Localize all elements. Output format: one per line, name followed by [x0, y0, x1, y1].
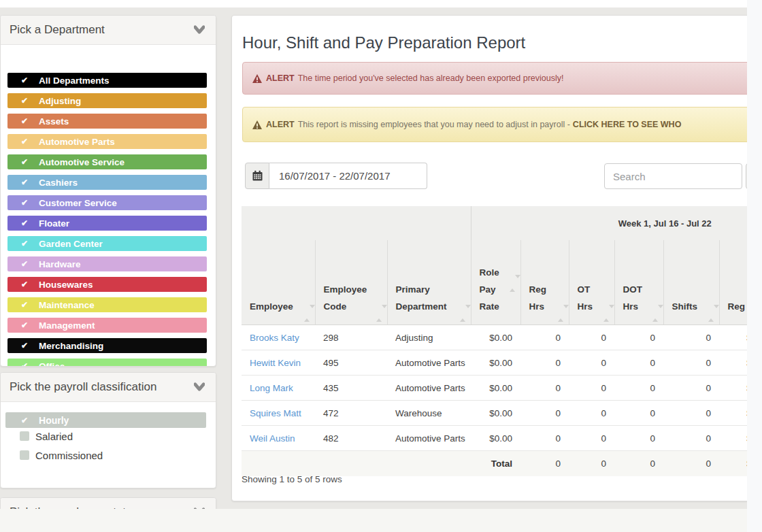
- column-header-shifts[interactable]: Shifts: [663, 240, 719, 325]
- department-panel-title: Pick a Department: [10, 23, 105, 37]
- check-icon: ✔: [21, 199, 28, 207]
- sidebar-item-customer-service[interactable]: ✔Customer Service: [7, 195, 207, 210]
- column-header-employee-code[interactable]: Employee Code: [315, 240, 387, 325]
- check-icon: ✔: [21, 178, 28, 186]
- sort-icon[interactable]: [708, 305, 714, 312]
- sort-icon[interactable]: [558, 305, 564, 312]
- chevron-down-icon[interactable]: [194, 25, 205, 34]
- check-icon: ✔: [21, 362, 28, 367]
- shifts-cell: 0: [663, 350, 719, 376]
- chevron-down-icon[interactable]: [194, 382, 205, 391]
- total-ot-hrs: 0: [569, 451, 614, 476]
- sort-icon[interactable]: [460, 305, 466, 312]
- check-icon: ✔: [21, 342, 28, 350]
- date-range-picker: 16/07/2017 - 22/07/2017: [245, 163, 427, 189]
- sidebar-item-floater[interactable]: ✔Floater: [7, 216, 207, 231]
- ot-hrs-cell: 0: [569, 426, 614, 451]
- check-icon: ✔: [21, 158, 28, 166]
- checkbox-icon[interactable]: [20, 431, 29, 441]
- classification-option-commissioned[interactable]: Commissioned: [20, 449, 103, 461]
- alert-label: ALERT: [266, 73, 295, 83]
- payroll-classification-panel: Pick the payroll classification ✔ Hourly…: [0, 372, 216, 488]
- search-input[interactable]: [604, 163, 742, 189]
- dot-hrs-cell: 0: [614, 401, 663, 426]
- department-filter-panel: Pick a Department ✔All Departments ✔Adju…: [0, 15, 216, 367]
- column-header-role-pay-rate[interactable]: Role Pay Rate: [471, 240, 520, 325]
- sidebar-item-maintenance[interactable]: ✔Maintenance: [7, 297, 207, 312]
- check-icon: ✔: [21, 137, 28, 146]
- column-header-row: Employee Employee Code Primary Departmen…: [242, 240, 762, 325]
- ot-hrs-cell: 0: [569, 376, 614, 401]
- sidebar-item-cashiers[interactable]: ✔Cashiers: [7, 175, 207, 190]
- ot-hrs-cell: 0: [569, 325, 614, 350]
- check-icon: ✔: [21, 280, 28, 288]
- click-here-to-see-who-link[interactable]: CLICK HERE TO SEE WHO: [573, 120, 682, 129]
- table-row: Weil Austin 482 Automotive Parts $0.00 0…: [242, 426, 762, 451]
- department-panel-header[interactable]: Pick a Department: [1, 16, 216, 45]
- shifts-cell: 0: [663, 426, 719, 451]
- sidebar-item-adjusting[interactable]: ✔Adjusting: [7, 93, 207, 108]
- sidebar-item-housewares[interactable]: ✔Housewares: [7, 277, 207, 292]
- reg-hrs-cell: 0: [520, 350, 569, 376]
- classification-option-hourly[interactable]: ✔ Hourly: [5, 412, 206, 428]
- column-header-primary-department[interactable]: Primary Department: [387, 240, 471, 325]
- check-icon: ✔: [21, 97, 28, 105]
- employee-cell: Brooks Katy: [242, 325, 315, 350]
- rate-cell: $0.00: [471, 325, 520, 350]
- reg-hrs-cell: 0: [520, 325, 569, 350]
- calendar-icon: [252, 170, 263, 182]
- department-cell: Automotive Parts: [387, 350, 471, 376]
- sort-icon[interactable]: [652, 305, 659, 312]
- employee-link[interactable]: Squires Matt: [250, 408, 301, 418]
- classification-panel-header[interactable]: Pick the payroll classification: [1, 373, 216, 402]
- employee-cell: Hewitt Kevin: [242, 350, 315, 376]
- employee-link[interactable]: Long Mark: [250, 383, 293, 393]
- sort-icon[interactable]: [603, 305, 610, 312]
- rate-cell: $0.00: [471, 350, 520, 376]
- report-main-panel: Hour, Shift and Pay Preparation Report A…: [231, 15, 755, 501]
- classification-option-salaried[interactable]: Salaried: [20, 430, 73, 442]
- dot-hrs-cell: 0: [614, 325, 663, 350]
- sidebar-item-hardware[interactable]: ✔Hardware: [7, 256, 207, 271]
- group-header-empty: [242, 206, 471, 240]
- sidebar-item-office[interactable]: ✔Office: [7, 359, 207, 367]
- sort-icon[interactable]: [510, 275, 516, 282]
- sort-icon[interactable]: [304, 305, 310, 312]
- column-header-dot-hrs[interactable]: DOT Hrs: [614, 240, 663, 325]
- employee-link[interactable]: Hewitt Kevin: [250, 358, 301, 368]
- sidebar-item-all-departments[interactable]: ✔All Departments: [7, 73, 207, 88]
- employee-link[interactable]: Brooks Katy: [250, 333, 299, 343]
- column-header-ot-hrs[interactable]: OT Hrs: [569, 240, 614, 325]
- check-icon: ✔: [21, 260, 28, 268]
- sidebar-item-automotive-parts[interactable]: ✔Automotive Parts: [7, 134, 207, 149]
- sidebar-item-management[interactable]: ✔Management: [7, 318, 207, 333]
- calendar-addon[interactable]: [245, 163, 269, 189]
- alert-message: The time period you've selected has alre…: [298, 73, 564, 83]
- department-cell: Warehouse: [387, 401, 471, 426]
- employee-cell: Squires Matt: [242, 401, 315, 426]
- code-cell: 298: [315, 325, 387, 350]
- date-range-input[interactable]: 16/07/2017 - 22/07/2017: [269, 163, 427, 189]
- employee-link[interactable]: Weil Austin: [250, 433, 295, 444]
- code-cell: 435: [315, 376, 387, 401]
- sort-icon[interactable]: [376, 305, 382, 312]
- department-cell: Automotive Parts: [387, 426, 471, 451]
- shifts-cell: 0: [663, 325, 719, 350]
- total-reg-hrs: 0: [520, 451, 569, 476]
- column-header-employee[interactable]: Employee: [242, 240, 315, 325]
- sidebar-item-merchandising[interactable]: ✔Merchandising: [7, 338, 207, 353]
- sidebar-item-garden-center[interactable]: ✔Garden Center: [7, 236, 207, 251]
- checkbox-icon[interactable]: [20, 450, 29, 460]
- reg-hrs-cell: 0: [520, 426, 569, 451]
- department-cell: Automotive Parts: [387, 376, 471, 401]
- ot-hrs-cell: 0: [569, 401, 614, 426]
- sidebar-item-assets[interactable]: ✔Assets: [7, 114, 207, 129]
- column-header-reg-hrs[interactable]: Reg Hrs: [520, 240, 569, 325]
- dot-hrs-cell: 0: [614, 376, 663, 401]
- rate-cell: $0.00: [471, 426, 520, 451]
- sidebar-item-automotive-service[interactable]: ✔Automotive Service: [7, 154, 207, 169]
- warning-triangle-icon: [252, 120, 262, 129]
- classification-panel-title: Pick the payroll classification: [10, 380, 156, 394]
- alert-label: ALERT: [266, 120, 295, 129]
- department-cell: Adjusting: [387, 325, 471, 350]
